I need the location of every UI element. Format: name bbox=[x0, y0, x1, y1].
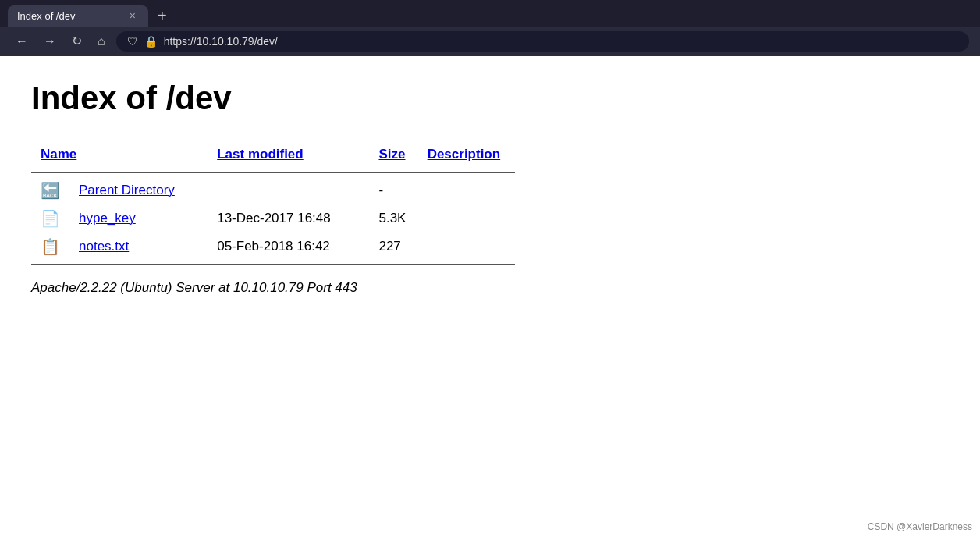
server-footer: Apache/2.2.22 (Ubuntu) Server at 10.10.1… bbox=[31, 280, 949, 296]
address-bar[interactable]: 🛡 🔒 https://10.10.10.79/dev/ bbox=[116, 31, 969, 52]
row-modified-cell bbox=[208, 176, 369, 204]
row-desc-cell bbox=[418, 233, 515, 261]
lock-icon: 🔒 bbox=[144, 35, 158, 48]
description-sort-link[interactable]: Description bbox=[428, 147, 501, 162]
header-separator-row bbox=[31, 169, 515, 177]
header-separator bbox=[31, 172, 515, 173]
row-size-cell: 5.3K bbox=[369, 204, 417, 233]
row-name-cell: hype_key bbox=[69, 204, 208, 233]
tab-bar: Index of /dev × + bbox=[0, 0, 980, 27]
col-header-modified[interactable]: Last modified bbox=[208, 140, 369, 169]
notes-txt-link[interactable]: notes.txt bbox=[79, 239, 129, 254]
table-row: 📋 notes.txt 05-Feb-2018 16:42 227 bbox=[31, 233, 515, 261]
footer-separator-row bbox=[31, 261, 515, 268]
name-sort-link[interactable]: Name bbox=[41, 147, 76, 162]
row-icon-cell: 🔙 bbox=[31, 176, 69, 204]
file-icon: 📄 bbox=[41, 209, 60, 228]
active-tab[interactable]: Index of /dev × bbox=[8, 5, 148, 27]
row-icon-cell: 📋 bbox=[31, 233, 69, 261]
row-modified-cell: 13-Dec-2017 16:48 bbox=[208, 204, 369, 233]
size-sort-link[interactable]: Size bbox=[378, 147, 405, 162]
tab-title: Index of /dev bbox=[17, 10, 75, 22]
row-size-cell: 227 bbox=[369, 233, 417, 261]
row-desc-cell bbox=[418, 176, 515, 204]
hype-key-link[interactable]: hype_key bbox=[79, 211, 136, 226]
col-header-description[interactable]: Description bbox=[418, 140, 515, 169]
new-tab-button[interactable]: + bbox=[151, 5, 173, 27]
row-modified-cell: 05-Feb-2018 16:42 bbox=[208, 233, 369, 261]
row-icon-cell: 📄 bbox=[31, 204, 69, 233]
folder-back-icon: 🔙 bbox=[41, 181, 60, 200]
table-row: 🔙 Parent Directory - bbox=[31, 176, 515, 204]
table-row: 📄 hype_key 13-Dec-2017 16:48 5.3K bbox=[31, 204, 515, 233]
text-file-icon: 📋 bbox=[41, 237, 60, 256]
modified-sort-link[interactable]: Last modified bbox=[217, 147, 304, 162]
parent-directory-link[interactable]: Parent Directory bbox=[79, 183, 175, 197]
home-button[interactable]: ⌂ bbox=[93, 32, 110, 51]
nav-bar: ← → ↻ ⌂ 🛡 🔒 https://10.10.10.79/dev/ bbox=[0, 27, 980, 56]
page-content: Index of /dev Name Last modified Size De… bbox=[0, 56, 980, 509]
shield-icon: 🛡 bbox=[127, 35, 138, 48]
table-header-row: Name Last modified Size Description bbox=[31, 140, 515, 169]
browser-chrome: Index of /dev × + ← → ↻ ⌂ 🛡 🔒 https://10… bbox=[0, 0, 980, 56]
row-size-cell: - bbox=[369, 176, 417, 204]
col-header-name[interactable]: Name bbox=[31, 140, 208, 169]
directory-table: Name Last modified Size Description bbox=[31, 140, 515, 268]
page-title: Index of /dev bbox=[31, 80, 949, 117]
tab-close-button[interactable]: × bbox=[130, 10, 136, 21]
forward-button[interactable]: → bbox=[39, 32, 61, 51]
reload-button[interactable]: ↻ bbox=[67, 32, 87, 51]
back-button[interactable]: ← bbox=[11, 32, 33, 51]
row-desc-cell bbox=[418, 204, 515, 233]
footer-separator bbox=[31, 264, 515, 265]
col-header-size[interactable]: Size bbox=[369, 140, 417, 169]
row-name-cell: notes.txt bbox=[69, 233, 208, 261]
url-text: https://10.10.10.79/dev/ bbox=[164, 35, 958, 48]
row-name-cell: Parent Directory bbox=[69, 176, 208, 204]
